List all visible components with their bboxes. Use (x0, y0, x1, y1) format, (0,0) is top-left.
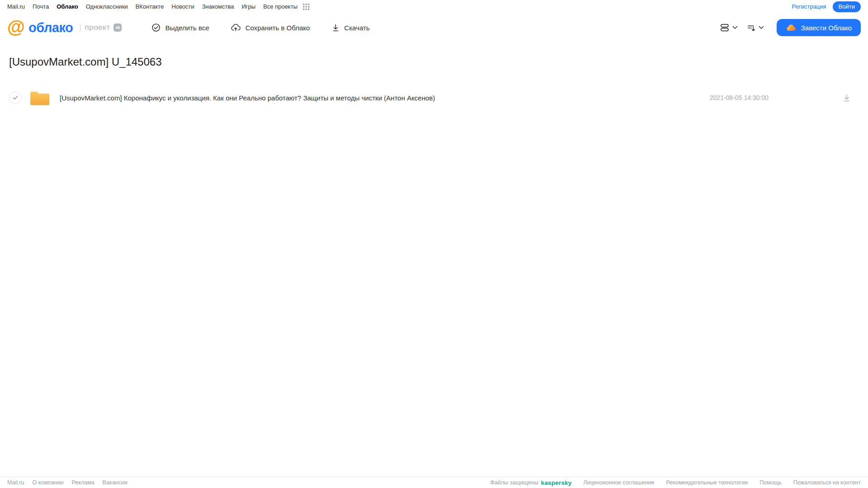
save-to-cloud-button[interactable]: Сохранить в Облако (231, 23, 310, 32)
select-all-label: Выделить все (165, 24, 209, 32)
footer-link-license[interactable]: Лицензионное соглашение (583, 479, 655, 486)
nav-link-vkontakte[interactable]: ВКонтакте (136, 3, 164, 10)
check-icon (12, 94, 19, 101)
file-row[interactable]: [UsupovMarket.com] Коронафикус и уколиза… (7, 87, 861, 108)
folder-icon (29, 90, 50, 106)
vk-project-tag: | проект vk (79, 23, 122, 32)
row-checkbox[interactable] (9, 91, 22, 104)
list-view-icon (720, 23, 730, 32)
file-date: 2021-08-05 14:30:00 (710, 94, 768, 101)
file-name[interactable]: [UsupovMarket.com] Коронафикус и уколиза… (60, 94, 710, 102)
cloud-header: @ облако | проект vk Выделить все Со (0, 13, 868, 42)
mailru-at-icon: @ (7, 19, 25, 35)
registration-link[interactable]: Регистрация (792, 3, 826, 10)
view-mode-dropdown[interactable] (720, 23, 738, 32)
download-label: Скачать (344, 24, 370, 32)
download-icon (332, 23, 340, 32)
chevron-down-icon (759, 26, 764, 29)
sort-icon (747, 23, 756, 32)
create-cloud-label: Завести Облако (801, 24, 852, 32)
save-to-cloud-label: Сохранить в Облако (245, 24, 310, 32)
footer-link-about[interactable]: О компании (33, 479, 64, 486)
file-toolbar: Выделить все Сохранить в Облако Скачать (152, 23, 370, 32)
nav-link-pochta[interactable]: Почта (33, 3, 49, 10)
project-label: проект (85, 23, 110, 32)
footer-right-links: Файлы защищены kaspersky Лицензионное со… (490, 479, 861, 486)
nav-link-mailru[interactable]: Mail.ru (7, 3, 25, 10)
cloud-logo[interactable]: @ облако (7, 19, 73, 36)
row-download-button[interactable] (841, 92, 853, 104)
portal-nav-right: Регистрация Войти (792, 1, 861, 12)
login-button[interactable]: Войти (833, 1, 861, 12)
kaspersky-logo[interactable]: kaspersky (541, 479, 572, 486)
footer-link-jobs[interactable]: Вакансии (103, 479, 128, 486)
main-content: [UsupovMarket.com] U_145063 [UsupovMarke… (0, 56, 868, 108)
footer-link-ads[interactable]: Реклама (71, 479, 94, 486)
download-button[interactable]: Скачать (332, 23, 370, 32)
projects-grid-icon[interactable] (303, 4, 309, 10)
portal-nav-links: Mail.ru Почта Облако Одноклассники ВКонт… (7, 3, 309, 10)
vk-badge-icon: vk (114, 24, 122, 32)
nav-link-igry[interactable]: Игры (242, 3, 256, 10)
footer-link-recommendations[interactable]: Рекомендательные технологии (666, 479, 748, 486)
footer-link-report[interactable]: Пожаловаться на контент (793, 479, 861, 486)
footer-link-help[interactable]: Помощь (759, 479, 781, 486)
nav-link-oblako[interactable]: Облако (57, 3, 78, 10)
create-cloud-button[interactable]: Завести Облако (777, 19, 861, 36)
portal-nav: Mail.ru Почта Облако Одноклассники ВКонт… (0, 0, 868, 13)
cloud-upload-icon (231, 23, 241, 32)
page-title: [UsupovMarket.com] U_145063 (9, 56, 861, 68)
footer: Mail.ru О компании Реклама Вакансии Файл… (0, 477, 868, 488)
nav-link-znakomstva[interactable]: Знакомства (202, 3, 234, 10)
logo-divider: | (79, 24, 81, 32)
check-circle-icon (152, 23, 161, 32)
cloud-logo-text: облако (28, 20, 73, 35)
chevron-down-icon (732, 26, 738, 29)
nav-link-odnoklassniki[interactable]: Одноклассники (86, 3, 128, 10)
footer-left-links: Mail.ru О компании Реклама Вакансии (7, 479, 128, 486)
sort-dropdown[interactable] (747, 23, 764, 32)
protected-by-label: Файлы защищены (490, 479, 538, 486)
nav-link-novosti[interactable]: Новости (171, 3, 194, 10)
cloud-color-icon (786, 24, 797, 32)
footer-link-mailru[interactable]: Mail.ru (7, 479, 24, 486)
header-right-controls: Завести Облако (720, 19, 861, 36)
kaspersky-protection: Файлы защищены kaspersky (490, 479, 572, 486)
nav-link-all-projects[interactable]: Все проекты (263, 3, 298, 10)
download-icon (842, 93, 851, 102)
select-all-button[interactable]: Выделить все (152, 23, 209, 32)
